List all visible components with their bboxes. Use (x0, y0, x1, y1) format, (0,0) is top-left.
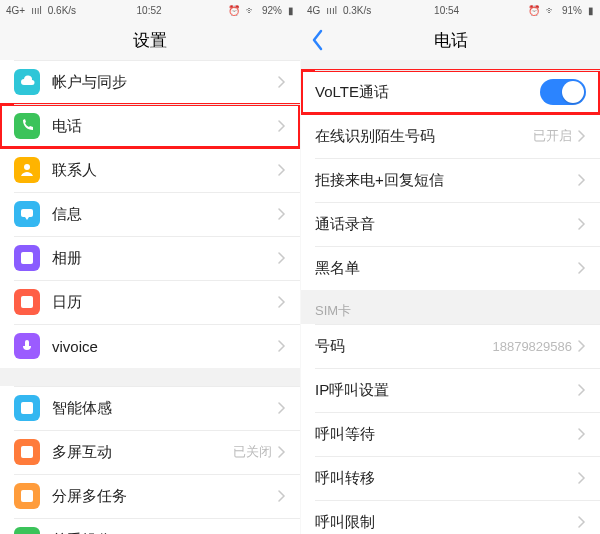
voice-icon (14, 333, 40, 359)
settings-row-contact[interactable]: 联系人 (0, 148, 300, 192)
row-label: 多屏互动 (52, 443, 233, 462)
clock: 10:54 (434, 5, 459, 16)
status-bar: 4G ıııl 0.3K/s 10:54 ⏰ ᯤ 91% ▮ (301, 0, 600, 20)
settings-row-onehand[interactable]: 单手操作 (0, 518, 300, 534)
page-title: 设置 (133, 29, 167, 52)
chevron-icon (578, 130, 586, 142)
settings-row-calendar[interactable]: 日历 (0, 280, 300, 324)
battery-pct: 92% (262, 5, 282, 16)
navbar: 设置 (0, 20, 300, 60)
row-label: 号码 (315, 337, 492, 356)
settings-row-voice[interactable]: vivoice (0, 324, 300, 368)
phone-row[interactable]: 呼叫限制 (301, 500, 600, 534)
chevron-icon (278, 164, 286, 176)
row-label: 帐户与同步 (52, 73, 278, 92)
chevron-icon (578, 516, 586, 528)
row-label: 通话录音 (315, 215, 578, 234)
phone-row[interactable]: 呼叫转移 (301, 456, 600, 500)
row-label: 单手操作 (52, 531, 278, 535)
battery-icon: ▮ (588, 5, 594, 16)
chevron-icon (578, 174, 586, 186)
row-label: 电话 (52, 117, 278, 136)
net-label: 4G (307, 5, 320, 16)
row-label: vivoice (52, 338, 278, 355)
volte-row[interactable]: VoLTE通话 (301, 70, 600, 114)
row-label: IP呼叫设置 (315, 381, 578, 400)
settings-row-sense[interactable]: 智能体感 (0, 386, 300, 430)
message-icon (14, 201, 40, 227)
chevron-icon (578, 218, 586, 230)
phone-row[interactable]: 通话录音 (301, 202, 600, 246)
signal-icon: ıııl (31, 5, 42, 16)
multi-icon (14, 439, 40, 465)
row-label: 拒接来电+回复短信 (315, 171, 578, 190)
clock: 10:52 (137, 5, 162, 16)
row-label: 在线识别陌生号码 (315, 127, 533, 146)
chevron-icon (278, 252, 286, 264)
chevron-icon (278, 402, 286, 414)
chevron-icon (578, 262, 586, 274)
row-label: 呼叫限制 (315, 513, 578, 532)
chevron-icon (278, 120, 286, 132)
phone-icon (14, 113, 40, 139)
settings-row-phone[interactable]: 电话 (0, 104, 300, 148)
row-label: 智能体感 (52, 399, 278, 418)
row-label: 日历 (52, 293, 278, 312)
battery-pct: 91% (562, 5, 582, 16)
page-title: 电话 (434, 29, 468, 52)
settings-row-cloud[interactable]: 帐户与同步 (0, 60, 300, 104)
row-label: 相册 (52, 249, 278, 268)
signal-icon: ıııl (326, 5, 337, 16)
chevron-icon (578, 340, 586, 352)
row-label: 分屏多任务 (52, 487, 278, 506)
onehand-icon (14, 527, 40, 534)
alarm-icon: ⏰ (228, 5, 240, 16)
alarm-icon: ⏰ (528, 5, 540, 16)
chevron-icon (278, 296, 286, 308)
net-label: 4G+ (6, 5, 25, 16)
net-speed: 0.6K/s (48, 5, 76, 16)
chevron-icon (278, 208, 286, 220)
chevron-icon (278, 490, 286, 502)
chevron-icon (278, 340, 286, 352)
settings-list: 帐户与同步电话联系人信息相册日历vivoice智能体感多屏互动已关闭分屏多任务单… (0, 60, 300, 534)
battery-icon: ▮ (288, 5, 294, 16)
album-icon (14, 245, 40, 271)
contact-icon (14, 157, 40, 183)
row-label: 信息 (52, 205, 278, 224)
wifi-icon: ᯤ (546, 5, 556, 16)
status-bar: 4G+ ıııl 0.6K/s 10:52 ⏰ ᯤ 92% ▮ (0, 0, 300, 20)
settings-row-split[interactable]: 分屏多任务 (0, 474, 300, 518)
back-button[interactable] (311, 20, 325, 60)
wifi-icon: ᯤ (246, 5, 256, 16)
phone-row[interactable]: 号码18879829586 (301, 324, 600, 368)
chevron-icon (578, 428, 586, 440)
split-icon (14, 483, 40, 509)
chevron-icon (278, 446, 286, 458)
phone-row[interactable]: 在线识别陌生号码已开启 (301, 114, 600, 158)
phone-settings-screen: 4G ıııl 0.3K/s 10:54 ⏰ ᯤ 91% ▮ 电话 VoLTE通… (300, 0, 600, 534)
volte-label: VoLTE通话 (315, 83, 540, 102)
row-label: 联系人 (52, 161, 278, 180)
settings-row-album[interactable]: 相册 (0, 236, 300, 280)
phone-row[interactable]: 黑名单 (301, 246, 600, 290)
chevron-icon (278, 76, 286, 88)
row-value: 已关闭 (233, 443, 272, 461)
calendar-icon (14, 289, 40, 315)
cloud-icon (14, 69, 40, 95)
chevron-icon (578, 472, 586, 484)
phone-row[interactable]: 拒接来电+回复短信 (301, 158, 600, 202)
phone-row[interactable]: IP呼叫设置 (301, 368, 600, 412)
row-label: 黑名单 (315, 259, 578, 278)
row-value: 已开启 (533, 127, 572, 145)
sense-icon (14, 395, 40, 421)
row-label: 呼叫转移 (315, 469, 578, 488)
settings-row-multi[interactable]: 多屏互动已关闭 (0, 430, 300, 474)
settings-screen: 4G+ ıııl 0.6K/s 10:52 ⏰ ᯤ 92% ▮ 设置 帐户与同步… (0, 0, 300, 534)
net-speed: 0.3K/s (343, 5, 371, 16)
settings-row-message[interactable]: 信息 (0, 192, 300, 236)
row-value: 18879829586 (492, 339, 572, 354)
phone-row[interactable]: 呼叫等待 (301, 412, 600, 456)
volte-toggle[interactable] (540, 79, 586, 105)
row-label: 呼叫等待 (315, 425, 578, 444)
